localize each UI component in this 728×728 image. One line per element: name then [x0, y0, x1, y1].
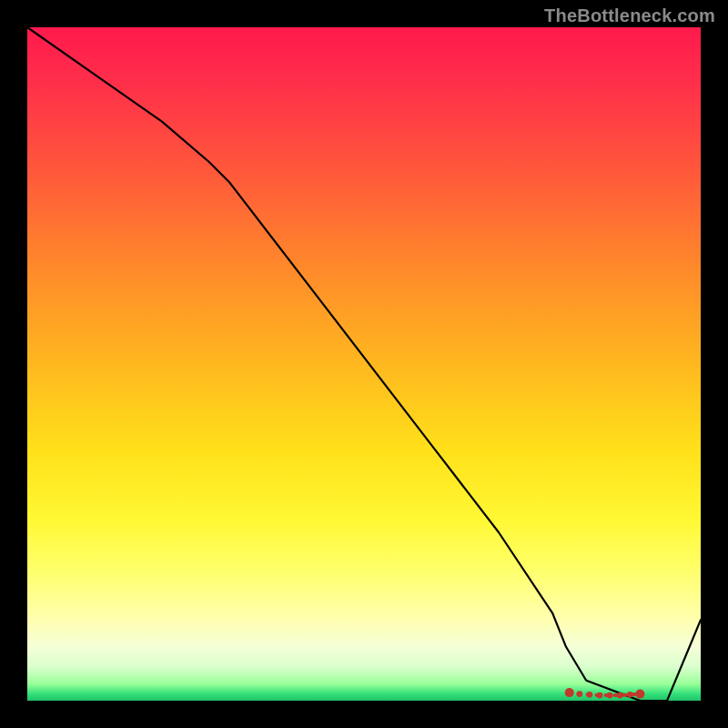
marker-dot	[607, 693, 613, 699]
marker-dot	[617, 693, 623, 699]
marker-dot	[587, 692, 593, 698]
marker-dot	[635, 690, 644, 699]
marker-dot	[565, 688, 574, 697]
watermark-text: TheBottleneck.com	[544, 5, 715, 26]
curve-line	[27, 27, 701, 701]
chart-canvas: TheBottleneck.com	[0, 0, 728, 728]
chart-overlay	[27, 27, 701, 701]
marker-dot	[576, 691, 582, 697]
marker-dot	[627, 692, 633, 698]
marker-dot	[597, 693, 603, 699]
